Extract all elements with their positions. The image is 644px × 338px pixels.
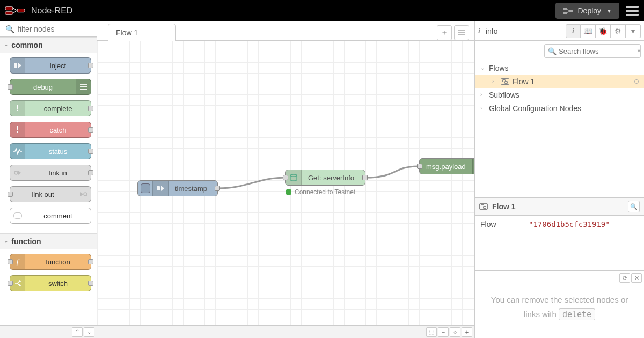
- catch-icon: !: [10, 122, 25, 137]
- search-in-flow-button[interactable]: 🔍: [628, 201, 640, 212]
- palette: 🔍 ›common inject debug ! complete: [0, 21, 97, 338]
- node-label: switch: [25, 280, 91, 288]
- deploy-icon: [563, 7, 573, 14]
- tab-label: Flow 1: [116, 28, 138, 37]
- node-label: Get: serverInfo: [302, 174, 361, 182]
- sidebar-tab-help[interactable]: 📖: [581, 24, 596, 38]
- output-port[interactable]: [215, 186, 220, 191]
- port: [88, 170, 93, 175]
- palette-node-link-out[interactable]: link out: [10, 186, 91, 202]
- complete-icon: !: [10, 101, 25, 116]
- port: [88, 106, 93, 111]
- palette-node-switch[interactable]: switch: [10, 275, 91, 291]
- info-value: "1706d1b5cfc31919": [529, 220, 610, 229]
- search-icon: 🔍: [5, 25, 14, 33]
- node-label: debug: [10, 83, 76, 91]
- palette-node-comment[interactable]: comment: [10, 208, 91, 224]
- canvas-node-debug[interactable]: msg.payload: [419, 158, 474, 174]
- info-icon: i: [478, 27, 480, 35]
- close-tips-button[interactable]: ✕: [631, 273, 642, 283]
- output-port[interactable]: [362, 175, 368, 180]
- add-flow-button[interactable]: ＋: [437, 25, 452, 40]
- tree-flow1[interactable]: ›Flow 1: [475, 75, 644, 88]
- info-panel-title: Flow 1: [492, 202, 628, 211]
- port: [88, 259, 93, 264]
- info-key: Flow: [480, 220, 529, 229]
- flow-icon: [501, 78, 509, 85]
- zoom-reset-button[interactable]: ○: [450, 327, 460, 337]
- sidebar-tab-more[interactable]: ▾: [626, 24, 641, 38]
- sidebar-tab-config[interactable]: ⚙: [611, 24, 626, 38]
- tree-label: Global Configuration Nodes: [489, 104, 581, 113]
- svg-point-10: [290, 174, 297, 177]
- inject-icon: [152, 181, 169, 196]
- link-in-icon: [10, 165, 25, 180]
- palette-filter[interactable]: 🔍: [0, 21, 97, 37]
- node-red-logo: [5, 5, 25, 16]
- flow-icon: [479, 203, 488, 210]
- port: [8, 259, 13, 264]
- inject-trigger-button[interactable]: [141, 183, 150, 193]
- search-flows-input[interactable]: [559, 47, 636, 55]
- zoom-in-button[interactable]: +: [462, 327, 472, 337]
- node-label: timestamp: [169, 185, 214, 193]
- palette-node-catch[interactable]: ! catch: [10, 122, 91, 138]
- list-flows-button[interactable]: [454, 25, 469, 40]
- port: [88, 281, 93, 286]
- palette-node-complete[interactable]: ! complete: [10, 100, 91, 116]
- svg-rect-5: [569, 10, 573, 12]
- svg-point-8: [84, 193, 87, 196]
- node-label: status: [25, 148, 91, 156]
- svg-rect-2: [17, 9, 25, 12]
- deploy-button[interactable]: Deploy ▼: [555, 3, 620, 19]
- node-status-text: Connected to Testnet: [295, 188, 355, 196]
- palette-node-inject[interactable]: inject: [10, 57, 91, 74]
- svg-rect-3: [563, 8, 567, 10]
- category-label: common: [11, 41, 42, 49]
- svg-rect-6: [14, 63, 17, 68]
- status-icon: [10, 144, 25, 159]
- input-port[interactable]: [417, 164, 422, 169]
- node-label: link out: [10, 190, 76, 199]
- canvas-node-inject[interactable]: timestamp: [137, 180, 218, 196]
- palette-expand-button[interactable]: ⌃: [72, 327, 83, 337]
- sidebar-tab-debug[interactable]: 🐞: [596, 24, 611, 38]
- sidebar: i info i 📖 🐞 ⚙ ▾ 🔍 ▼ ⌄Flows ›Flow 1 ›Sub…: [474, 21, 644, 338]
- svg-point-7: [14, 171, 18, 174]
- palette-node-debug[interactable]: debug: [10, 79, 91, 95]
- deploy-label: Deploy: [578, 6, 602, 15]
- tree-label: Flows: [489, 64, 509, 72]
- canvas-node-serverinfo[interactable]: Get: serverInfo: [285, 170, 365, 186]
- link-out-icon: [76, 187, 91, 202]
- palette-collapse-button[interactable]: ⌄: [84, 327, 94, 337]
- sidebar-tab-info[interactable]: i: [566, 24, 581, 38]
- chevron-down-icon: ▼: [606, 8, 612, 14]
- zoom-out-button[interactable]: −: [438, 327, 449, 337]
- navigator-button[interactable]: ⬚: [426, 327, 437, 337]
- search-icon: 🔍: [548, 47, 557, 55]
- refresh-tips-button[interactable]: ⟳: [619, 273, 630, 283]
- filter-nodes-input[interactable]: [18, 25, 91, 33]
- svg-rect-0: [5, 6, 13, 10]
- node-label: catch: [25, 126, 91, 134]
- palette-node-function[interactable]: f function: [10, 254, 91, 270]
- input-port[interactable]: [283, 175, 288, 180]
- category-function[interactable]: ›function: [0, 233, 97, 249]
- category-label: function: [11, 237, 41, 246]
- tree-flows[interactable]: ⌄Flows: [475, 61, 644, 75]
- flow-tab[interactable]: Flow 1: [108, 24, 176, 41]
- palette-node-status[interactable]: status: [10, 143, 91, 159]
- palette-node-link-in[interactable]: link in: [10, 165, 91, 181]
- tree-global-config[interactable]: ›Global Configuration Nodes: [475, 101, 644, 115]
- sidebar-title: info: [486, 27, 498, 35]
- workspace: Flow 1 ＋ timestamp: [97, 21, 474, 338]
- search-flows[interactable]: 🔍 ▼: [544, 44, 641, 58]
- svg-rect-9: [157, 186, 160, 190]
- node-label: msg.payload: [420, 163, 472, 171]
- canvas[interactable]: timestamp Get: serverInfo Connected to T…: [97, 41, 474, 325]
- category-common[interactable]: ›common: [0, 37, 97, 53]
- main-menu-button[interactable]: [626, 6, 639, 16]
- svg-rect-4: [563, 12, 567, 14]
- tree-subflows[interactable]: ›Subflows: [475, 88, 644, 101]
- help-code: delete: [559, 308, 595, 320]
